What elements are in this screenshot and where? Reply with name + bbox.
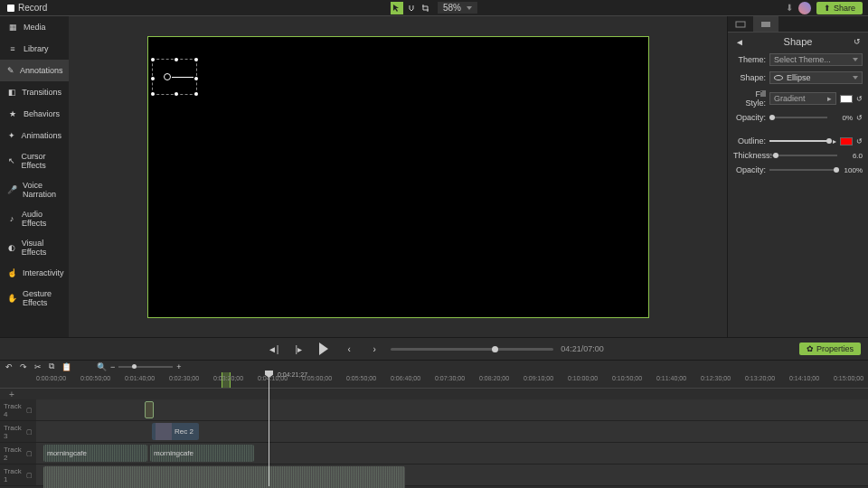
track-name: Track 1 [4,467,24,483]
opacity-reset-icon[interactable]: ↺ [856,114,863,122]
clip[interactable] [145,401,154,418]
fill-reset-icon[interactable]: ↺ [856,95,863,103]
back-icon[interactable]: ◄ [735,37,744,47]
cut-button[interactable]: ✂ [34,362,42,371]
step-back-button[interactable]: |▸ [289,340,307,358]
progress-bar[interactable] [391,348,553,351]
ruler-mark: 0:08:20;00 [479,375,509,381]
ruler-mark: 0:03:20;00 [213,375,243,381]
outline-swatch[interactable] [840,137,853,145]
track-name: Track 2 [4,446,24,462]
shape-label: Shape: [733,73,766,82]
sidebar-item-behaviors[interactable]: ★Behaviors [0,103,69,125]
playhead[interactable]: 0:04:21;27 [269,372,269,486]
track-body[interactable] [36,399,868,420]
track-header[interactable]: Track 2▢ [0,443,36,464]
tab-visual[interactable] [728,16,753,32]
sidebar-item-label: Transitions [22,88,61,97]
sidebar-item-label: Animations [21,131,61,140]
gear-icon: ✿ [807,344,814,353]
sidebar: ▦Media≡Library✎Annotations◧Transitions★B… [0,16,69,337]
sidebar-icon: ☝ [7,267,17,278]
share-icon: ⬆ [824,4,831,13]
next-marker-button[interactable]: › [365,340,383,358]
sidebar-item-label: Gesture Effects [23,289,61,307]
track-body[interactable]: morningcafemorningcafe [36,443,868,464]
fill-swatch[interactable] [840,95,853,103]
svg-rect-1 [761,22,770,27]
canvas[interactable] [147,36,649,318]
fill-select[interactable]: Gradient▸ [769,92,836,105]
track-body[interactable]: Rec 2 [36,421,868,442]
zoom-out-button[interactable]: 🔍 [97,362,107,371]
chevron-down-icon [467,6,472,10]
record-button[interactable]: Record [0,0,54,15]
shape-selection[interactable] [152,59,197,95]
clip[interactable]: morningcafe [43,445,147,462]
undo-button[interactable]: ↶ [5,362,13,371]
theme-select[interactable]: Select Theme... [769,53,863,66]
sidebar-item-gesture-effects[interactable]: ✋Gesture Effects [0,284,69,313]
track-body[interactable]: How to Add Text 2 [36,465,868,485]
clip-label: morningcafe [154,449,193,457]
prev-marker-button[interactable]: ‹ [340,340,358,358]
panel-title: Shape [735,36,861,47]
sidebar-item-label: Audio Effects [22,210,61,228]
sidebar-item-interactivity[interactable]: ☝Interactivity [0,262,69,284]
ruler-mark: 0:10:50;00 [612,375,642,381]
outline-slider[interactable] [769,140,829,142]
opacity-fill-label: Opacity: [733,113,766,122]
track-header[interactable]: Track 3▢ [0,421,36,442]
svg-rect-0 [736,22,745,27]
crop-tool[interactable] [420,2,432,14]
sidebar-item-annotations[interactable]: ✎Annotations [0,60,69,81]
ruler-mark: 0:06:40;00 [391,375,420,381]
track-header[interactable]: Track 4▢ [0,399,36,420]
add-track-button[interactable]: + [9,389,14,399]
sidebar-item-audio-effects[interactable]: ♪Audio Effects [0,204,69,233]
redo-button[interactable]: ↷ [20,362,27,371]
sidebar-item-cursor-effects[interactable]: ↖Cursor Effects [0,146,69,175]
sidebar-icon: ✦ [7,130,15,141]
shape-select[interactable]: Ellipse [769,71,863,84]
sidebar-icon: ★ [7,108,18,119]
sidebar-item-label: Voice Narration [23,181,61,199]
sidebar-item-library[interactable]: ≡Library [0,38,69,60]
sidebar-item-visual-effects[interactable]: ◐Visual Effects [0,233,69,262]
tab-properties[interactable] [753,16,778,32]
zoom-minus[interactable]: − [110,362,115,371]
download-icon[interactable]: ⬇ [786,3,793,13]
outline-reset-icon[interactable]: ↺ [856,137,863,145]
paste-button[interactable]: 📋 [61,362,71,371]
clip[interactable]: morningcafe [150,445,254,462]
reset-icon[interactable]: ↺ [854,37,861,46]
sidebar-item-voice-narration[interactable]: 🎤Voice Narration [0,175,69,204]
sidebar-item-label: Behaviors [24,109,60,118]
timeline-ruler[interactable]: 0:00:00;000:00:50;000:01:40;000:02:30;00… [0,372,868,389]
ruler-mark: 0:00:00;00 [36,375,66,381]
track-header[interactable]: Track 1▢ [0,465,36,485]
select-tool[interactable] [391,2,403,14]
hand-tool[interactable] [405,2,418,14]
sidebar-item-animations[interactable]: ✦Animations [0,125,69,146]
sidebar-item-media[interactable]: ▦Media [0,16,69,38]
ruler-mark: 0:15:00;00 [834,375,863,381]
theme-label: Theme: [733,55,766,64]
copy-button[interactable]: ⧉ [49,361,54,371]
opacity-outline-slider[interactable] [769,169,837,171]
avatar[interactable] [798,2,811,14]
zoom-level[interactable]: 58% [438,2,477,14]
zoom-plus[interactable]: + [176,362,181,371]
opacity-fill-slider[interactable] [769,117,827,118]
sidebar-icon: 🎤 [7,184,17,195]
properties-button[interactable]: ✿ Properties [799,343,861,355]
share-button[interactable]: ⬆ Share [816,2,863,14]
clip[interactable]: Rec 2 [152,423,199,440]
ellipse-shape[interactable] [164,73,171,80]
clip[interactable]: How to Add Text 2 [43,466,405,488]
timeline-zoom-slider[interactable] [118,366,173,368]
thickness-slider[interactable] [769,155,837,156]
play-button[interactable] [315,340,333,358]
sidebar-item-transitions[interactable]: ◧Transitions [0,81,69,103]
prev-frame-button[interactable]: ◄| [264,340,282,358]
